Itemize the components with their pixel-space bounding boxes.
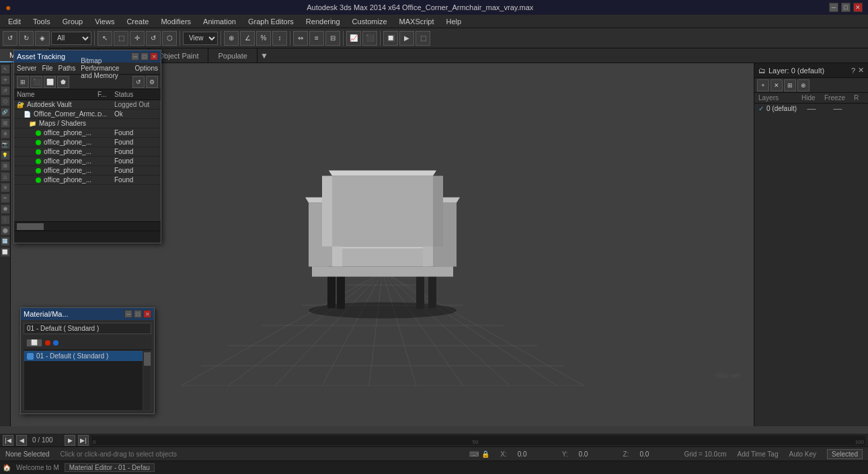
asset-row-maps[interactable]: 📁 Maps / Shaders [14,119,161,128]
toolbar-render-setup[interactable]: 🔲 [383,31,398,46]
toolbar-rotate[interactable]: ↺ [146,31,161,46]
menu-maxscript[interactable]: MAXScript [394,17,440,26]
timeline-prev[interactable]: |◀ [3,435,13,446]
at-menu-file[interactable]: File [42,65,52,72]
sidebar-helpers-icon[interactable]: ⊞ [1,161,10,171]
material-scroll-thumb[interactable] [144,352,151,366]
at-btn-3[interactable]: ⬜ [44,76,56,88]
sidebar-paint-icon[interactable]: ✏ [1,194,10,203]
menu-modifiers[interactable]: Modifiers [155,17,196,26]
layer-hide-icon[interactable]: ── [801,106,822,112]
sidebar-bind-icon[interactable]: ⊕ [1,129,10,139]
at-btn-settings[interactable]: ⚙ [146,76,158,88]
maximize-button[interactable]: □ [841,3,851,12]
menu-views[interactable]: Views [89,17,120,26]
asset-row-phone-1[interactable]: office_phone_... Found [14,128,161,138]
asset-row-phone-6[interactable]: office_phone_... Found [14,175,161,185]
material-list-scrollbar[interactable] [143,351,151,410]
minimize-button[interactable]: ─ [829,3,838,12]
material-close[interactable]: ✕ [143,310,151,318]
toolbar-render-region[interactable]: ⬚ [416,31,430,46]
toolbar-redo[interactable]: ↻ [19,31,34,46]
at-menu-options[interactable]: Options [135,65,158,72]
timeline-step-fwd[interactable]: ▶ [65,435,75,446]
menu-group[interactable]: Group [57,17,89,26]
sidebar-shapes-icon[interactable]: △ [1,172,10,182]
asset-row-phone-5[interactable]: office_phone_... Found [14,166,161,175]
toolbar-percent-snap[interactable]: % [256,31,271,46]
at-btn-4[interactable]: ⬟ [57,76,69,88]
asset-row-vault[interactable]: 🔐 Autodesk Vault Logged Out [14,100,161,110]
layers-delete-btn[interactable]: ✕ [771,79,783,91]
toolbar-scale[interactable]: ⬡ [162,31,177,46]
material-maximize[interactable]: □ [134,310,142,318]
asset-row-file[interactable]: 📄 Office_Corner_Armc... D... Ok [14,110,161,119]
toolbar-undo[interactable]: ↺ [3,31,17,46]
material-item-default[interactable]: 01 - Default ( Standard ) [24,351,151,361]
sidebar-unlink-icon[interactable]: ⛓ [1,118,10,128]
layers-add-selected-btn[interactable]: ⊕ [797,79,810,91]
sidebar-scale-icon[interactable]: ⬡ [1,97,10,106]
asset-hscroll-thumb[interactable] [17,223,44,230]
layer-row-default[interactable]: ✓ 0 (default) ── ── [754,104,868,114]
timeline-next[interactable]: ▶| [78,435,89,446]
menu-create[interactable]: Create [121,17,154,26]
tab-options-icon[interactable]: ▼ [260,51,268,61]
sidebar-rotate-icon[interactable]: ↺ [1,86,10,95]
layers-add-btn[interactable]: + [757,79,769,91]
toolbar-layer-manager[interactable]: ⊟ [325,31,340,46]
asset-row-phone-2[interactable]: office_phone_... Found [14,138,161,147]
toolbar-schematic[interactable]: ⬛ [362,31,377,46]
layers-close-icon[interactable]: ✕ [858,66,864,75]
asset-hscroll[interactable] [14,221,161,231]
close-button[interactable]: ✕ [853,3,863,12]
tab-populate[interactable]: Populate [208,48,257,63]
at-menu-bitmap[interactable]: Bitmap Performance and Memory [81,57,129,79]
select-filter-dropdown[interactable]: All [51,32,91,45]
sidebar-particle-icon[interactable]: ⋮ [1,215,10,225]
sidebar-select-icon[interactable]: ↖ [1,65,10,74]
toolbar-spinner-snap[interactable]: ↕ [272,31,287,46]
asset-tracking-close[interactable]: ✕ [150,52,158,61]
toolbar-select-filter[interactable]: ◈ [35,31,50,46]
view-dropdown[interactable]: View [183,32,218,45]
menu-graph-editors[interactable]: Graph Editors [243,17,299,26]
toolbar-mirror[interactable]: ⇔ [293,31,308,46]
sidebar-move-icon[interactable]: ✛ [1,75,10,85]
layer-freeze-icon[interactable]: ── [824,106,851,112]
sidebar-render-icon[interactable]: ⬜ [1,247,10,257]
menu-customize[interactable]: Customize [347,17,393,26]
sidebar-systems-icon[interactable]: ⊛ [1,183,10,192]
toolbar-snap-toggle[interactable]: ⊕ [224,31,239,46]
asset-row-phone-4[interactable]: office_phone_... Found [14,157,161,166]
at-btn-1[interactable]: ⊞ [17,76,29,88]
toolbar-select[interactable]: ↖ [97,31,112,46]
toolbar-angle-snap[interactable]: ∠ [240,31,255,46]
menu-edit[interactable]: Edit [3,17,26,26]
mat-btn-1[interactable]: ⬜ [26,339,42,347]
menu-help[interactable]: Help [441,17,467,26]
at-menu-paths[interactable]: Paths [58,65,76,72]
taskbar-material-editor[interactable]: Material Editor - 01 - Defau [65,463,155,472]
toolbar-align[interactable]: ≡ [309,31,324,46]
at-btn-2[interactable]: ⬛ [30,76,42,88]
asset-row-phone-3[interactable]: office_phone_... Found [14,147,161,157]
toolbar-select-region[interactable]: ⬚ [114,31,128,46]
timeline-track[interactable]: 0 50 100 [91,436,865,445]
sidebar-light-icon[interactable]: 💡 [1,151,10,160]
sidebar-timeline-icon[interactable]: 🔢 [1,237,10,246]
menu-rendering[interactable]: Rendering [301,17,346,26]
menu-tools[interactable]: Tools [28,17,56,26]
material-minimize[interactable]: ─ [124,310,132,318]
status-auto-key[interactable]: Auto Key [789,450,816,458]
toolbar-render[interactable]: ▶ [399,31,414,46]
layers-help-icon[interactable]: ? [851,67,855,75]
toolbar-curve-editor[interactable]: 📈 [346,31,361,46]
sidebar-camera-icon[interactable]: 📷 [1,140,10,149]
menu-animation[interactable]: Animation [198,17,241,26]
at-menu-server[interactable]: Server [17,65,36,72]
sidebar-dynamic-icon[interactable]: ⬤ [1,226,10,235]
timeline-step-back[interactable]: ◀ [16,435,27,446]
toolbar-move[interactable]: ✛ [130,31,145,46]
asset-tracking-minimize[interactable]: ─ [131,52,139,61]
